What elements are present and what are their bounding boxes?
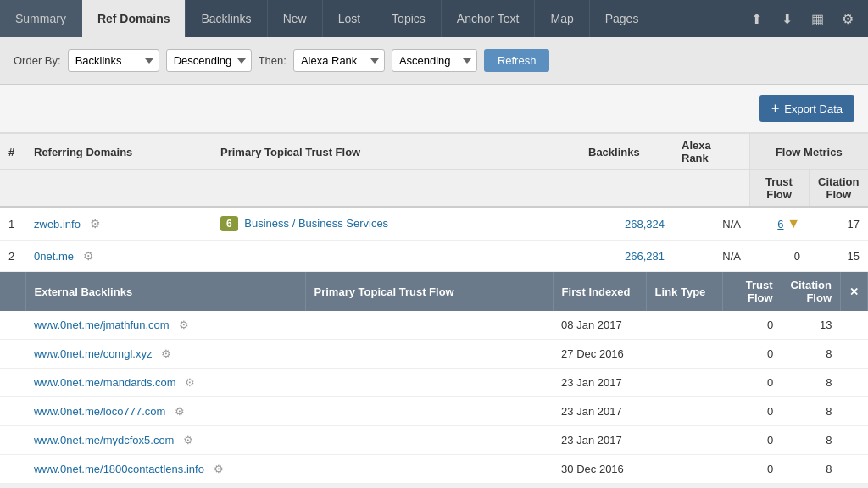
domain-link[interactable]: 0net.me [34,250,74,263]
export-bar: + Export Data [0,85,868,133]
sub-col-primary-topical: Primary Topical Trust Flow [305,272,553,311]
grid-icon[interactable]: ▦ [805,7,829,30]
sub-row-topical [305,455,553,484]
sub-table-row: www.0net.me/1800contactlens.info ⚙ 30 De… [0,455,868,484]
backlinks-link[interactable]: 268,324 [625,218,665,230]
sub-row-action [841,455,868,484]
col-primary-topical-sub [212,170,580,208]
nav-item-pages[interactable]: Pages [590,0,655,37]
col-trust-flow-sub: Trust Flow [749,170,809,208]
sub-row-action [841,369,868,397]
sub-url-link[interactable]: www.0net.me/comgl.xyz [34,347,152,360]
row-settings-icon[interactable]: ⚙ [83,249,94,263]
sub-row-url: www.0net.me/jmathfun.com ⚙ [25,311,305,340]
sub-url-link[interactable]: www.0net.me/1800contactlens.info [34,463,204,475]
row-trust-flow: 0 [749,241,809,272]
sub-row-spacer [0,311,25,340]
sub-row-spacer [0,369,25,397]
trust-badge: 6 [220,216,238,231]
sub-row-gear-icon[interactable]: ⚙ [179,319,189,331]
sub-col-link-type: Link Type [646,272,722,311]
refresh-button[interactable]: Refresh [484,49,550,72]
row-alexa-rank: N/A [673,207,749,241]
sub-table-row: www.0net.me/comgl.xyz ⚙ 27 Dec 2016 0 8 [0,340,868,369]
sub-row-spacer [0,426,25,455]
table-row: 2 0net.me ⚙ 266,281 N/A 0 15 [0,241,868,272]
sub-row-link-type [646,426,722,455]
col-referring-domains-sub [25,170,212,208]
row-domain: 0net.me ⚙ [25,241,212,272]
backlinks-link[interactable]: 266,281 [625,250,665,263]
sub-row-link-type [646,311,722,340]
row-backlinks: 266,281 [580,241,673,272]
nav-spacer [654,0,736,37]
sub-row-gear-icon[interactable]: ⚙ [185,376,195,389]
col-backlinks-sub [580,170,673,208]
sub-table-container: External Backlinks Primary Topical Trust… [0,272,868,484]
sub-row-gear-icon[interactable]: ⚙ [214,463,224,475]
sub-col-citation-flow: Citation Flow [782,272,840,311]
nav-item-summary[interactable]: Summary [0,0,82,37]
then-select[interactable]: Alexa Rank Trust Flow Citation Flow Back… [293,49,385,72]
sub-row-action [841,340,868,369]
row-citation-flow: 15 [809,241,868,272]
row-topical: 6 Business / Business Services [212,207,580,241]
sub-col-spacer [0,272,25,311]
sub-table-close-icon[interactable]: ✕ [849,286,859,298]
sub-row-action [841,426,868,455]
nav-item-topics[interactable]: Topics [376,0,442,37]
sub-row-spacer [0,340,25,369]
then-direction-select[interactable]: Ascending Descending [392,49,477,72]
sub-row-citation-flow: 13 [782,311,840,340]
sub-table-row: www.0net.me/mydcfox5.com ⚙ 23 Jan 2017 0… [0,426,868,455]
nav-item-anchor-text[interactable]: Anchor Text [442,0,536,37]
sub-row-action [841,397,868,426]
sub-col-trust-flow: Trust Flow [722,272,782,311]
order-by-select[interactable]: Backlinks Trust Flow Citation Flow Alexa… [68,49,159,72]
upload-icon[interactable]: ⬆ [744,7,768,30]
sub-row-link-type [646,455,722,484]
nav-item-ref-domains[interactable]: Ref Domains [82,0,186,37]
nav-item-new[interactable]: New [268,0,323,37]
row-settings-icon[interactable]: ⚙ [90,217,101,230]
sub-row-first-indexed: 08 Jan 2017 [553,311,646,340]
sub-row-citation-flow: 8 [782,369,840,397]
sub-row-citation-flow: 8 [782,340,840,369]
row-backlinks: 268,324 [580,207,673,241]
sub-row-citation-flow: 8 [782,397,840,426]
col-alexa-rank-sub [673,170,749,208]
sub-row-topical [305,426,553,455]
row-alexa-rank: N/A [673,241,749,272]
sub-row-first-indexed: 30 Dec 2016 [553,455,646,484]
sub-row-gear-icon[interactable]: ⚙ [175,405,185,418]
table-row: 1 zweb.info ⚙ 6 Business / Business Serv… [0,207,868,241]
export-data-button[interactable]: + Export Data [760,95,854,122]
sub-row-gear-icon[interactable]: ⚙ [161,347,171,360]
sub-row-gear-icon[interactable]: ⚙ [183,434,193,446]
nav-item-lost[interactable]: Lost [323,0,376,37]
trust-flow-link[interactable]: 6 [777,218,783,230]
nav-item-backlinks[interactable]: Backlinks [186,0,267,37]
sub-url-link[interactable]: www.0net.me/jmathfun.com [34,319,170,331]
sub-row-url: www.0net.me/loco777.com ⚙ [25,397,305,426]
nav-icon-group: ⬆ ⬇ ▦ ⚙ [736,0,868,37]
sub-row-first-indexed: 23 Jan 2017 [553,397,646,426]
sort-arrow-icon: ▼ [787,216,800,230]
row-topical [212,241,580,272]
col-citation-flow-sub: Citation Flow [809,170,868,208]
domain-link[interactable]: zweb.info [34,218,81,230]
sub-row-action [841,311,868,340]
settings-icon[interactable]: ⚙ [836,7,860,30]
direction-select[interactable]: Descending Ascending [166,49,252,72]
topical-link[interactable]: Business / Business Services [244,217,388,230]
sub-url-link[interactable]: www.0net.me/loco777.com [34,405,165,418]
col-backlinks-header: Backlinks [580,134,673,170]
sub-row-topical [305,397,553,426]
sub-table: External Backlinks Primary Topical Trust… [0,272,868,484]
sub-url-link[interactable]: www.0net.me/mandards.com [34,376,176,389]
main-content: + Export Data # Referring Domains Primar… [0,85,868,484]
sub-url-link[interactable]: www.0net.me/mydcfox5.com [34,434,174,446]
download-icon[interactable]: ⬇ [775,7,798,30]
col-num-sub [0,170,25,208]
nav-item-map[interactable]: Map [535,0,589,37]
